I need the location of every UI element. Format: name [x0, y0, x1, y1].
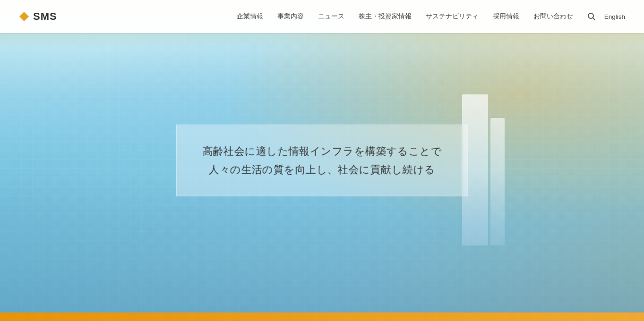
orange-accent-bar [0, 313, 644, 321]
hero-text-box: 高齢社会に適した情報インフラを構築することで 人々の生活の質を向上し、社会に貢献… [176, 125, 468, 196]
svg-line-2 [592, 18, 595, 20]
nav-right: English [587, 12, 625, 21]
header: SMS 企業情報 事業内容 ニュース 株主・投資家情報 サステナビリティ 採用情… [0, 0, 644, 33]
nav-item-contact[interactable]: お問い合わせ [533, 12, 573, 21]
nav-item-recruit[interactable]: 採用情報 [493, 12, 519, 21]
search-icon [587, 12, 596, 21]
nav-item-business[interactable]: 事業内容 [277, 12, 304, 21]
main-nav: 企業情報 事業内容 ニュース 株主・投資家情報 サステナビリティ 採用情報 お問… [237, 12, 625, 21]
nav-item-investor[interactable]: 株主・投資家情報 [359, 12, 412, 21]
logo-diamond-icon [19, 11, 29, 22]
logo-text: SMS [33, 10, 57, 23]
logo[interactable]: SMS [19, 10, 57, 23]
hero-section: 高齢社会に適した情報インフラを構築することで 人々の生活の質を向上し、社会に貢献… [0, 0, 644, 321]
language-button[interactable]: English [604, 13, 625, 20]
nav-item-news[interactable]: ニュース [318, 12, 344, 21]
nav-item-corporate[interactable]: 企業情報 [237, 12, 263, 21]
hero-tagline-line2: 人々の生活の質を向上し、社会に貢献し続ける [202, 161, 442, 178]
nav-item-sustainability[interactable]: サステナビリティ [426, 12, 479, 21]
svg-marker-0 [19, 12, 29, 21]
hero-tagline-line1: 高齢社会に適した情報インフラを構築することで [202, 143, 442, 160]
search-button[interactable] [587, 12, 596, 21]
